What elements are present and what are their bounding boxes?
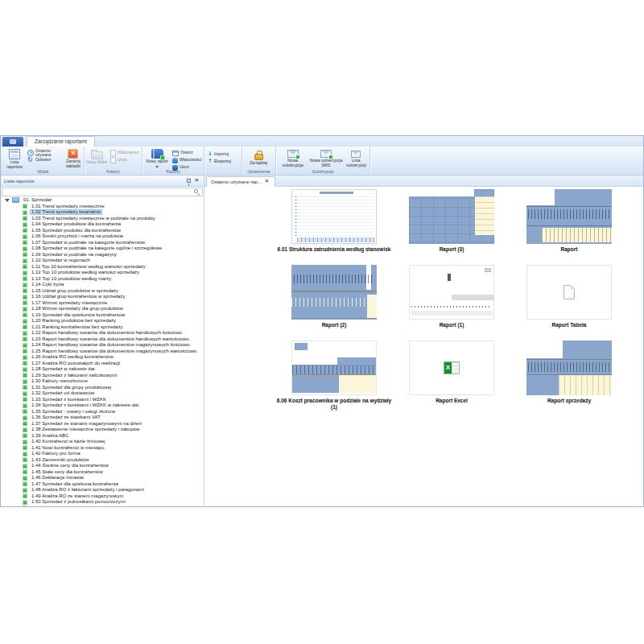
tree-report-item[interactable]: 1.27 Analiza RO pozostałych do realizacj…: [1, 361, 196, 367]
reports-list-button[interactable]: Lista raportów: [4, 148, 25, 169]
app-button[interactable]: [2, 137, 23, 147]
tree-report-item[interactable]: 1.20 Ranking produktów bez sprzedaży: [1, 318, 196, 324]
tree-report-item[interactable]: 1.23 Raport handlowy towarów dla dokumen…: [1, 336, 196, 343]
tree-report-item[interactable]: 1.01 Trend sprzedaży miesięcznie: [1, 204, 196, 210]
tree-report-item[interactable]: 1.31 Sprzedaż dla grupy produktowej: [1, 385, 196, 391]
tree-report-item[interactable]: 1.35 Sprzedaż - towary i usługi złożone: [1, 409, 196, 415]
report-thumbnail[interactable]: [291, 341, 377, 395]
tree-report-item[interactable]: 1.11 Top 10 kontrahentów według wartości…: [1, 264, 196, 270]
report-thumbnail[interactable]: [526, 265, 612, 320]
report-tile[interactable]: Raport Excel: [393, 341, 510, 416]
tree-report-item[interactable]: 1.33 Sprzedaż z korektami i WZKK: [1, 397, 196, 403]
tree-report-item[interactable]: 1.07 Sprzedaż w podziale na kategorie ko…: [1, 240, 196, 246]
tree-report-item[interactable]: 1.46 Deklaracje Intrastat: [1, 475, 196, 481]
tree-report-item[interactable]: 1.24 Raport handlowy towarów dla dokumen…: [1, 342, 196, 349]
tree-report-item[interactable]: 1.21 Ranking kontrahentów bez sprzedaży: [1, 324, 196, 331]
search-icon[interactable]: [194, 189, 198, 193]
tree-report-item[interactable]: 1.12 Top 10 produktów według wartości sp…: [1, 270, 196, 276]
new-subscription-button[interactable]: Nowa subskrypcja: [278, 148, 308, 167]
tree-report-item[interactable]: 1.50 Sprzedaż z jednostkami pomocniczymi: [1, 499, 196, 506]
tree-report-item[interactable]: 1.38 Zestawienie miesięczne sprzedaży i …: [1, 427, 196, 433]
tree-report-item[interactable]: 1.47 Sprzedaż dla opiekuna kontrahenta: [1, 481, 196, 488]
tree-report-item[interactable]: 1.48 Analiza RO z fakturami sprzedaży i …: [1, 487, 196, 493]
tree-report-item[interactable]: 1.09 Sprzedaż w podziale na magazyny: [1, 252, 196, 258]
tree-report-item[interactable]: 1.10 Sprzedaż w regionach: [1, 258, 196, 264]
folder-properties-button[interactable]: Właściwości: [109, 150, 140, 156]
report-tile[interactable]: Raport: [510, 189, 628, 265]
tree-report-item[interactable]: 1.14 Cykl życia: [1, 282, 196, 288]
report-icon: [23, 506, 27, 506]
report-thumbnail[interactable]: [409, 265, 494, 320]
tree-report-item[interactable]: 1.32 Sprzedaż od dostawców: [1, 390, 196, 397]
tree-report-item[interactable]: 1.15 Udział grup produktów w sprzedaży: [1, 288, 196, 295]
tree-report-item[interactable]: 1.43 Zamienniki produktów: [1, 457, 196, 464]
search-input[interactable]: [2, 188, 203, 196]
tree-report-item[interactable]: 1.44 Średnie ceny dla kontrahentów: [1, 463, 196, 469]
report-tile[interactable]: Raport (3): [393, 189, 510, 265]
ribbon-tab-zarzadzanie-raportami[interactable]: Zarządzanie raportami: [27, 136, 95, 147]
tree-report-item[interactable]: 1.49 Analiza RO ze stanem magazynowym: [1, 493, 196, 500]
tree-report-item[interactable]: 1.03 Trend sprzedaży miesięcznie w podzi…: [1, 216, 196, 222]
report-label: 1.28 Sprzedaż w zakresie dat: [30, 366, 97, 372]
report-tile[interactable]: Raport (1): [393, 265, 510, 341]
report-properties-button[interactable]: Właściwości: [171, 157, 202, 163]
close-tabs-button[interactable]: Zamknij zakładki: [64, 148, 82, 168]
report-tile[interactable]: 6.01 Struktura zatrudnienia według stano…: [275, 189, 393, 265]
tree-report-item[interactable]: 1.22 Raport handlowy towarów dla dokumen…: [1, 330, 196, 336]
report-thumbnail[interactable]: [409, 189, 494, 244]
tree-report-item[interactable]: 1.04 Sprzedaż produktów dla kontrahenta: [1, 221, 196, 228]
sidebar-close-icon[interactable]: [195, 177, 200, 184]
tree-report-item[interactable]: 1.08 Sprzedaż w podziale na kategorie og…: [1, 246, 196, 252]
tree-report-item[interactable]: 1.25 Raport handlowy towarów dla dokumen…: [1, 349, 196, 355]
tab-ostatnio-uzywane-raporty[interactable]: Ostatnio używane rap...: [206, 176, 275, 187]
pin-icon[interactable]: [187, 179, 191, 183]
open-report-button[interactable]: Otwórz: [171, 150, 202, 156]
recently-used-button[interactable]: Ostatnio używane: [27, 150, 63, 156]
tree-report-item[interactable]: 1.13 Top 10 produktów według marży: [1, 276, 196, 283]
tree-report-item[interactable]: 1.02 Trend sprzedaży kwartalnie: [1, 209, 196, 216]
tree-report-item[interactable]: 1.51 Sprzedaż: [1, 506, 196, 507]
tree-report-item[interactable]: 1.26 Analiza RO według kontrahentów: [1, 354, 196, 361]
tree-report-item[interactable]: 1.29 Sprzedaż z fakturami zaliczkowymi: [1, 373, 196, 379]
expand-caret-icon[interactable]: [5, 199, 10, 202]
new-sms-subscription-button[interactable]: Nowa subskrypcja SMS: [309, 148, 342, 167]
tree-report-item[interactable]: 1.41 Nowi kontrahenci w miesiącu: [1, 445, 196, 452]
tree-report-item[interactable]: 1.39 Analiza ABC: [1, 433, 196, 440]
tree-report-item[interactable]: 1.19 Sprzedaż dla opiekunów kontrahentów: [1, 312, 196, 319]
report-thumbnail[interactable]: [409, 341, 494, 395]
tree-report-item[interactable]: 1.36 Sprzedaż ze stawkami VAT: [1, 415, 196, 421]
report-thumbnail[interactable]: [526, 341, 612, 395]
new-report-icon: [151, 149, 163, 159]
refresh-button[interactable]: Odśwież: [27, 157, 63, 163]
new-folder-button[interactable]: Nowy folder: [86, 148, 108, 165]
report-tile[interactable]: Raport sprzedaży: [510, 341, 628, 416]
tree-report-item[interactable]: 1.06 Średni przychód i marża na produkci…: [1, 233, 196, 240]
tree-report-item[interactable]: 1.37 Sprzedaż ze stanami magazynowymi na…: [1, 421, 196, 427]
report-tile[interactable]: Raport (2): [275, 265, 393, 341]
report-thumbnail[interactable]: [291, 189, 377, 244]
tree-report-item[interactable]: 1.05 Sprzedaż produktu dla kontrahentów: [1, 228, 196, 234]
export-button[interactable]: Eksportuj: [206, 159, 240, 165]
tree-report-item[interactable]: 1.16 Udział grup kontrahentów w sprzedaż…: [1, 294, 196, 300]
tab-close-icon[interactable]: [265, 178, 270, 185]
tree-report-item[interactable]: 1.17 Wzrost sprzedaży miesięcznie: [1, 300, 196, 307]
report-tile[interactable]: Raport Tabela: [510, 265, 628, 341]
tree-report-item[interactable]: 1.45 Stałe ceny dla kontrahentów: [1, 469, 196, 476]
tree-report-item[interactable]: 1.42 Faktury pro forma: [1, 451, 196, 457]
subscription-list-button[interactable]: Lista subskrypcji: [345, 148, 368, 167]
new-report-button[interactable]: Nowy raport: [144, 148, 170, 168]
tree-report-item[interactable]: 1.18 Wzrost sprzedaży dla grup produktów: [1, 306, 196, 312]
tree-report-item[interactable]: 1.28 Sprzedaż w zakresie dat: [1, 366, 196, 373]
report-thumbnail[interactable]: [291, 265, 377, 320]
folder-delete-button[interactable]: Usuń: [109, 157, 140, 163]
tree-report-item[interactable]: 1.34 Sprzedaż z korektami i WZKK w zakre…: [1, 402, 196, 409]
import-button[interactable]: Importuj: [206, 151, 240, 158]
report-tile[interactable]: 6.06 Koszt pracownika w podziale na wydz…: [275, 341, 393, 416]
tree-folder-sprzedaz[interactable]: 01. Sprzedaż: [1, 197, 196, 204]
report-label: 1.32 Sprzedaż od dostawców: [30, 390, 96, 396]
report-label: 1.45 Stałe ceny dla kontrahentów: [30, 469, 105, 475]
manage-permissions-button[interactable]: Zarządzaj: [244, 148, 273, 166]
tree-report-item[interactable]: 1.40 Kontrahenci w bazie firmowej: [1, 439, 196, 445]
tree-report-item[interactable]: 1.30 Faktury nierozliczone: [1, 378, 196, 385]
report-thumbnail[interactable]: [526, 189, 612, 244]
